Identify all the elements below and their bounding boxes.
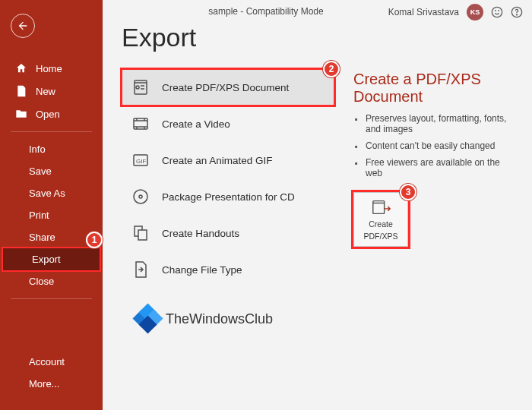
details-bullet-list: Preserves layout, formatting, fonts, and… <box>353 113 513 178</box>
watermark-logo-icon <box>135 306 161 332</box>
title-bar: sample - Compatibility Mode Komal Srivas… <box>0 0 532 23</box>
option-label: Create a Video <box>162 118 230 130</box>
nav-info[interactable]: Info <box>0 138 103 160</box>
nav-export[interactable]: Export 1 <box>2 247 101 272</box>
button-line2: PDF/XPS <box>364 232 398 241</box>
document-title: sample - Compatibility Mode <box>208 6 323 17</box>
svg-rect-7 <box>134 118 147 129</box>
open-icon <box>15 108 27 120</box>
nav-close[interactable]: Close <box>0 270 103 292</box>
user-name: Komal Srivastava <box>388 7 459 17</box>
option-label: Create an Animated GIF <box>162 155 273 166</box>
nav-label: Close <box>29 276 54 287</box>
nav-label: Export <box>32 254 61 265</box>
nav-label: Account <box>29 356 65 367</box>
user-avatar[interactable]: KS <box>467 4 483 20</box>
svg-text:GIF: GIF <box>136 158 146 165</box>
details-bullet: Content can't be easily changed <box>353 140 513 151</box>
svg-point-2 <box>499 11 499 11</box>
svg-point-6 <box>136 86 139 89</box>
backstage-sidebar: Home New Open Info Save Save As Print Sh… <box>0 0 103 410</box>
annotation-1: 1 <box>86 232 103 248</box>
watermark-text: TheWindowsClub <box>166 311 273 327</box>
video-icon <box>131 115 150 133</box>
cd-icon <box>131 188 150 206</box>
nav-label: More... <box>29 378 59 390</box>
option-label: Create Handouts <box>162 228 239 239</box>
nav-account[interactable]: Account <box>0 351 103 373</box>
nav-print[interactable]: Print <box>0 204 103 226</box>
feedback-icon[interactable] <box>491 6 503 18</box>
nav-more[interactable]: More... <box>0 373 103 395</box>
help-icon[interactable] <box>511 6 523 18</box>
nav-label: New <box>36 86 55 97</box>
nav-save[interactable]: Save <box>0 160 103 182</box>
option-change-file-type[interactable]: Change File Type <box>122 251 334 288</box>
home-icon <box>15 62 27 74</box>
details-bullet: Free viewers are available on the web <box>353 157 513 178</box>
details-bullet: Preserves layout, formatting, fonts, and… <box>353 113 513 134</box>
nav-label: Open <box>36 109 60 120</box>
option-create-video[interactable]: Create a Video <box>122 106 334 142</box>
option-label: Create PDF/XPS Document <box>162 82 289 93</box>
nav-label: Share <box>29 232 55 243</box>
handouts-icon <box>131 224 150 242</box>
annotation-3: 3 <box>400 184 416 200</box>
option-create-gif[interactable]: GIF Create an Animated GIF <box>122 142 334 178</box>
nav-label: Info <box>29 144 46 155</box>
create-pdf-xps-button[interactable]: Create PDF/XPS 3 <box>353 192 408 247</box>
nav-save-as[interactable]: Save As <box>0 182 103 204</box>
export-options-list: Create PDF/XPS Document 2 Create a Video… <box>122 69 334 332</box>
change-file-type-icon <box>131 260 150 279</box>
details-title: Create a PDF/XPS Document <box>353 71 513 106</box>
option-create-handouts[interactable]: Create Handouts <box>122 215 334 251</box>
nav-label: Save As <box>29 188 65 199</box>
option-label: Change File Type <box>162 264 242 276</box>
export-details-panel: Create a PDF/XPS Document Preserves layo… <box>353 69 513 332</box>
watermark: TheWindowsClub <box>135 306 334 332</box>
svg-point-0 <box>492 7 502 17</box>
svg-point-11 <box>139 195 142 198</box>
svg-point-1 <box>496 11 496 11</box>
backstage-main: Export Create PDF/XPS Document 2 Create … <box>103 0 532 410</box>
nav-label: Print <box>29 210 49 221</box>
nav-separator <box>11 131 92 132</box>
pdf-export-icon <box>371 198 391 216</box>
page-title: Export <box>122 23 513 52</box>
nav-new[interactable]: New <box>0 80 103 102</box>
nav-label: Home <box>36 63 62 74</box>
option-label: Package Presentation for CD <box>162 191 295 203</box>
new-icon <box>15 85 27 97</box>
option-package-cd[interactable]: Package Presentation for CD <box>122 178 334 215</box>
annotation-2: 2 <box>323 61 340 77</box>
button-line1: Create <box>369 219 393 229</box>
nav-separator <box>11 298 92 299</box>
gif-icon: GIF <box>131 151 150 169</box>
svg-rect-13 <box>138 230 147 240</box>
svg-point-4 <box>516 14 517 15</box>
pdf-icon <box>131 78 150 96</box>
option-create-pdf-xps[interactable]: Create PDF/XPS Document 2 <box>122 69 334 106</box>
svg-point-10 <box>134 190 147 203</box>
nav-open[interactable]: Open <box>0 102 103 125</box>
nav-home[interactable]: Home <box>0 57 103 80</box>
nav-label: Save <box>29 166 52 177</box>
